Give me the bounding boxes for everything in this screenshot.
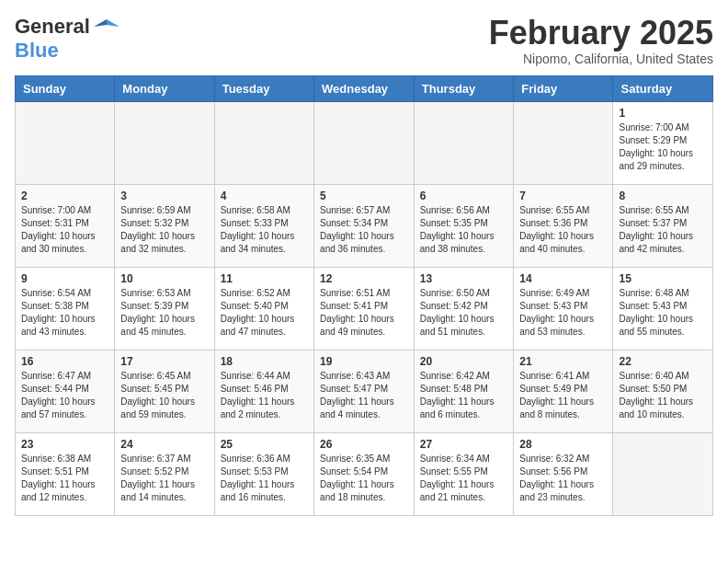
day-info: Sunrise: 6:32 AM Sunset: 5:56 PM Dayligh… [519,453,607,504]
day-info: Sunrise: 6:45 AM Sunset: 5:45 PM Dayligh… [120,370,208,421]
day-info: Sunrise: 6:56 AM Sunset: 5:35 PM Dayligh… [420,204,508,256]
day-number: 14 [519,272,607,285]
day-number: 27 [420,438,508,451]
day-info: Sunrise: 6:44 AM Sunset: 5:46 PM Dayligh… [221,370,308,421]
day-info: Sunrise: 6:51 AM Sunset: 5:41 PM Dayligh… [320,287,408,339]
calendar-cell: 1Sunrise: 7:00 AM Sunset: 5:29 PM Daylig… [613,101,713,184]
calendar-cell: 8Sunrise: 6:55 AM Sunset: 5:37 PM Daylig… [613,184,713,267]
calendar-cell [613,432,713,515]
day-info: Sunrise: 6:41 AM Sunset: 5:49 PM Dayligh… [519,370,607,421]
day-info: Sunrise: 6:49 AM Sunset: 5:43 PM Dayligh… [519,287,607,339]
day-number: 15 [619,272,707,285]
calendar-cell: 18Sunrise: 6:44 AM Sunset: 5:46 PM Dayli… [214,350,313,432]
weekday-header-row: SundayMondayTuesdayWednesdayThursdayFrid… [16,75,713,101]
calendar-cell: 4Sunrise: 6:58 AM Sunset: 5:33 PM Daylig… [214,184,313,267]
day-number: 11 [221,272,308,285]
calendar-cell: 23Sunrise: 6:38 AM Sunset: 5:51 PM Dayli… [16,432,115,515]
calendar-cell [414,101,514,184]
day-number: 18 [221,355,308,368]
calendar-header: SundayMondayTuesdayWednesdayThursdayFrid… [16,75,713,101]
day-info: Sunrise: 6:53 AM Sunset: 5:39 PM Dayligh… [120,287,208,339]
calendar-cell: 27Sunrise: 6:34 AM Sunset: 5:55 PM Dayli… [414,432,514,515]
calendar-body: 1Sunrise: 7:00 AM Sunset: 5:29 PM Daylig… [16,101,713,515]
calendar-cell: 9Sunrise: 6:54 AM Sunset: 5:38 PM Daylig… [16,267,115,350]
day-number: 1 [619,107,707,120]
day-info: Sunrise: 7:00 AM Sunset: 5:31 PM Dayligh… [21,204,108,256]
weekday-friday: Friday [514,75,613,101]
day-info: Sunrise: 6:55 AM Sunset: 5:37 PM Dayligh… [619,204,707,256]
weekday-wednesday: Wednesday [314,75,415,101]
calendar-title-block: February 2025 Nipomo, California, United… [489,15,713,66]
calendar-cell [514,101,613,184]
day-info: Sunrise: 6:47 AM Sunset: 5:44 PM Dayligh… [21,370,108,421]
calendar-cell: 21Sunrise: 6:41 AM Sunset: 5:49 PM Dayli… [514,350,613,432]
day-number: 24 [120,438,208,451]
weekday-tuesday: Tuesday [214,75,313,101]
week-row-3: 16Sunrise: 6:47 AM Sunset: 5:44 PM Dayli… [16,350,713,432]
month-title: February 2025 [489,15,713,52]
day-info: Sunrise: 6:54 AM Sunset: 5:38 PM Dayligh… [21,287,108,339]
day-number: 8 [619,190,707,202]
calendar-cell: 11Sunrise: 6:52 AM Sunset: 5:40 PM Dayli… [214,267,313,350]
calendar-cell: 7Sunrise: 6:55 AM Sunset: 5:36 PM Daylig… [514,184,613,267]
logo-bird-icon [94,17,119,36]
day-number: 6 [420,190,508,202]
day-number: 26 [320,438,408,451]
day-number: 20 [420,355,508,368]
day-number: 25 [221,438,308,451]
weekday-sunday: Sunday [16,75,115,101]
day-number: 7 [519,190,607,202]
calendar-cell [115,101,214,184]
page-header: General Blue February 2025 Nipomo, Calif… [15,15,713,66]
day-number: 12 [320,272,408,285]
day-info: Sunrise: 6:34 AM Sunset: 5:55 PM Dayligh… [420,453,508,504]
day-info: Sunrise: 6:55 AM Sunset: 5:36 PM Dayligh… [519,204,607,256]
day-number: 13 [420,272,508,285]
day-info: Sunrise: 6:40 AM Sunset: 5:50 PM Dayligh… [619,370,707,421]
day-info: Sunrise: 6:57 AM Sunset: 5:34 PM Dayligh… [320,204,408,256]
day-number: 2 [21,190,108,202]
calendar-cell: 2Sunrise: 7:00 AM Sunset: 5:31 PM Daylig… [16,184,115,267]
calendar-cell: 22Sunrise: 6:40 AM Sunset: 5:50 PM Dayli… [613,350,713,432]
day-info: Sunrise: 7:00 AM Sunset: 5:29 PM Dayligh… [619,121,707,173]
week-row-4: 23Sunrise: 6:38 AM Sunset: 5:51 PM Dayli… [16,432,713,515]
day-number: 9 [21,272,108,285]
calendar-cell: 16Sunrise: 6:47 AM Sunset: 5:44 PM Dayli… [16,350,115,432]
calendar-cell: 12Sunrise: 6:51 AM Sunset: 5:41 PM Dayli… [314,267,415,350]
logo: General Blue [15,15,119,63]
day-info: Sunrise: 6:36 AM Sunset: 5:53 PM Dayligh… [221,453,308,504]
calendar-cell: 17Sunrise: 6:45 AM Sunset: 5:45 PM Dayli… [115,350,214,432]
week-row-1: 2Sunrise: 7:00 AM Sunset: 5:31 PM Daylig… [16,184,713,267]
day-number: 16 [21,355,108,368]
day-number: 23 [21,438,108,451]
logo-blue-text: Blue [15,39,59,62]
weekday-saturday: Saturday [613,75,713,101]
day-number: 4 [221,190,308,202]
svg-marker-0 [107,19,119,27]
day-info: Sunrise: 6:37 AM Sunset: 5:52 PM Dayligh… [120,453,208,504]
day-number: 10 [120,272,208,285]
day-number: 21 [519,355,607,368]
calendar-cell [314,101,415,184]
calendar-cell: 25Sunrise: 6:36 AM Sunset: 5:53 PM Dayli… [214,432,313,515]
day-number: 19 [320,355,408,368]
day-number: 17 [120,355,208,368]
day-number: 5 [320,190,408,202]
day-info: Sunrise: 6:42 AM Sunset: 5:48 PM Dayligh… [420,370,508,421]
calendar-cell: 19Sunrise: 6:43 AM Sunset: 5:47 PM Dayli… [314,350,415,432]
week-row-0: 1Sunrise: 7:00 AM Sunset: 5:29 PM Daylig… [16,101,713,184]
calendar-cell: 15Sunrise: 6:48 AM Sunset: 5:43 PM Dayli… [613,267,713,350]
day-number: 3 [120,190,208,202]
calendar-cell: 28Sunrise: 6:32 AM Sunset: 5:56 PM Dayli… [514,432,613,515]
calendar-cell [214,101,313,184]
weekday-monday: Monday [115,75,214,101]
calendar-cell: 26Sunrise: 6:35 AM Sunset: 5:54 PM Dayli… [314,432,415,515]
day-info: Sunrise: 6:52 AM Sunset: 5:40 PM Dayligh… [221,287,308,339]
location-text: Nipomo, California, United States [489,52,713,66]
svg-marker-1 [94,19,107,27]
calendar-cell: 14Sunrise: 6:49 AM Sunset: 5:43 PM Dayli… [514,267,613,350]
calendar-cell: 6Sunrise: 6:56 AM Sunset: 5:35 PM Daylig… [414,184,514,267]
calendar-cell: 20Sunrise: 6:42 AM Sunset: 5:48 PM Dayli… [414,350,514,432]
calendar-cell: 5Sunrise: 6:57 AM Sunset: 5:34 PM Daylig… [314,184,415,267]
logo-general-text: General [15,15,90,39]
